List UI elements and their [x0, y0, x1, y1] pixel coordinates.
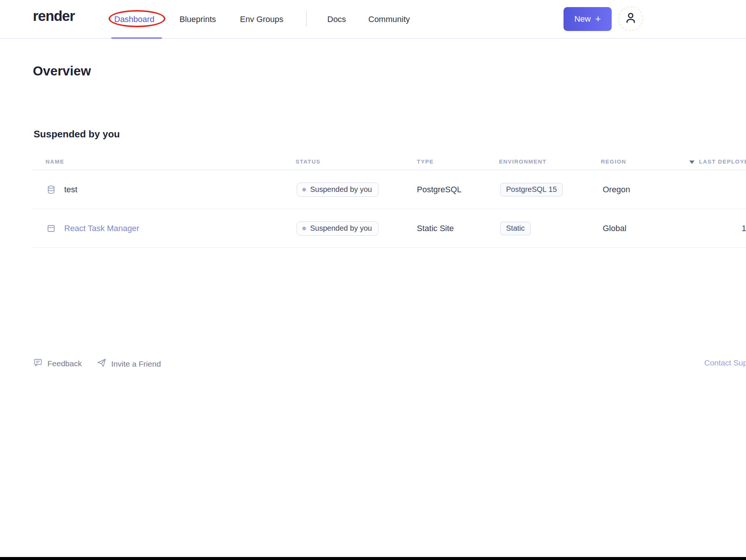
- column-header-region: REGION: [601, 158, 626, 165]
- column-header-name: NAME: [46, 158, 64, 165]
- nav-divider: [306, 11, 307, 27]
- nav-item-community[interactable]: Community: [368, 15, 410, 24]
- new-button-label: New: [574, 14, 591, 24]
- service-type: PostgreSQL: [417, 185, 462, 195]
- nav-item-blueprints[interactable]: Blueprints: [180, 15, 216, 24]
- column-header-status: STATUS: [296, 158, 321, 165]
- nav-item-env-groups[interactable]: Env Groups: [240, 15, 283, 24]
- service-type: Static Site: [417, 224, 454, 233]
- status-badge: Suspended by you: [297, 183, 378, 197]
- person-icon: [624, 11, 638, 27]
- page-title: Overview: [33, 63, 91, 78]
- table-row-react-task-manager[interactable]: React Task Manager Suspended by you Stat…: [33, 209, 746, 248]
- feedback-label: Feedback: [47, 359, 82, 368]
- environment-badge: PostgreSQL 15: [500, 183, 563, 196]
- column-header-last-deployed[interactable]: LAST DEPLOYED: [699, 158, 746, 165]
- table-row-test[interactable]: test Suspended by you PostgreSQL Postgre…: [33, 170, 746, 209]
- status-dot-icon: [302, 188, 306, 192]
- account-menu-button[interactable]: [618, 6, 643, 31]
- feedback-link[interactable]: Feedback: [33, 358, 82, 370]
- service-region: Oregon: [603, 185, 630, 195]
- environment-badge: Static: [500, 222, 531, 235]
- nav-item-docs[interactable]: Docs: [327, 15, 346, 24]
- service-region: Global: [603, 224, 627, 233]
- status-dot-icon: [302, 227, 306, 230]
- service-name[interactable]: test: [64, 185, 77, 195]
- table-header-row: NAME STATUS TYPE ENVIRONMENT REGION LAST…: [33, 157, 746, 170]
- plus-icon: +: [595, 13, 601, 25]
- column-header-type: TYPE: [417, 158, 434, 165]
- new-button[interactable]: New +: [564, 7, 612, 31]
- section-title-suspended: Suspended by you: [34, 128, 120, 140]
- static-site-icon: [46, 224, 56, 233]
- contact-support-link[interactable]: Contact Support: [704, 358, 746, 367]
- last-deploy-value: 12 days ago: [742, 224, 746, 233]
- paper-plane-icon: [96, 358, 107, 370]
- status-badge: Suspended by you: [297, 221, 378, 236]
- nav-item-dashboard[interactable]: Dashboard: [114, 15, 154, 24]
- render-logo[interactable]: render: [33, 8, 75, 24]
- sort-caret-icon: [689, 161, 695, 164]
- feedback-bubble-icon: [33, 358, 43, 370]
- database-icon: [46, 185, 56, 195]
- service-name-link[interactable]: React Task Manager: [64, 224, 139, 233]
- invite-a-friend-link[interactable]: Invite a Friend: [96, 358, 161, 370]
- status-label: Suspended by you: [310, 185, 372, 194]
- services-table: NAME STATUS TYPE ENVIRONMENT REGION LAST…: [33, 157, 746, 248]
- active-tab-underline: [111, 37, 162, 39]
- invite-label: Invite a Friend: [111, 360, 161, 368]
- column-header-environment: ENVIRONMENT: [499, 158, 546, 165]
- bottom-black-bar: [0, 557, 746, 560]
- status-label: Suspended by you: [310, 224, 372, 233]
- top-nav: render Dashboard Blueprints Env Groups D…: [0, 0, 746, 39]
